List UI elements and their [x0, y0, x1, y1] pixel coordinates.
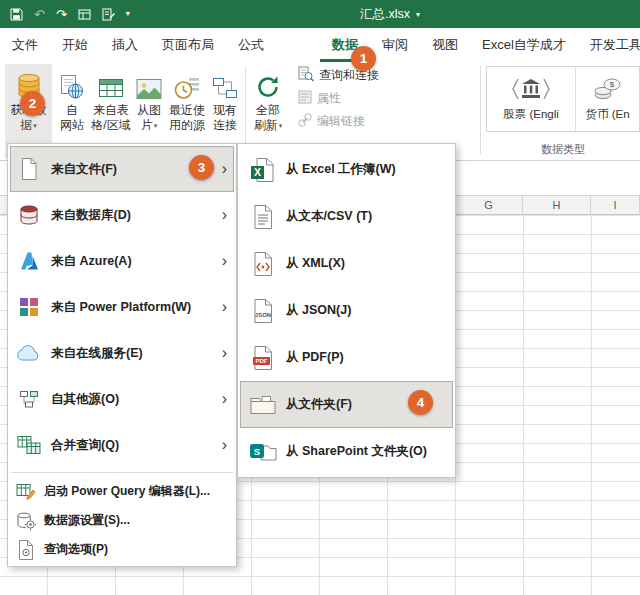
properties-button[interactable]: 属性: [294, 88, 345, 109]
step-badge-2: 2: [20, 91, 45, 116]
query-options-icon: [14, 539, 38, 561]
menu-item-label: 自其他源(O): [51, 391, 119, 408]
menu-item-label: 来自在线服务(E): [51, 345, 143, 362]
queries-connections-label: 查询和连接: [319, 67, 379, 84]
ribbon-group-divider: [245, 66, 246, 154]
pdf-icon: PDF: [246, 345, 280, 371]
submenu-item-label: 从文本/CSV (T): [286, 208, 372, 225]
tab-developer[interactable]: 开发工具: [578, 28, 640, 62]
submenu-item-label: 从 JSON(J): [286, 302, 351, 319]
from-database-icon: [14, 204, 44, 226]
ribbon-group-divider: [480, 66, 481, 154]
svg-text:X: X: [254, 166, 261, 178]
menu-item-from-database[interactable]: 来自数据库(D) ›: [10, 192, 234, 238]
submenu-item-text-csv[interactable]: 从文本/CSV (T): [240, 193, 453, 240]
stocks-label: 股票 (Engli: [503, 107, 559, 122]
menu-item-query-options[interactable]: 查询选项(P): [10, 535, 234, 564]
currencies-button[interactable]: $ 货币 (En: [576, 67, 639, 131]
get-data-chevron-icon: ▾: [33, 118, 37, 133]
refresh-all-chevron-icon: ▾: [279, 118, 283, 133]
recent-sources-icon: [174, 66, 200, 100]
menu-item-from-azure[interactable]: 来自 Azure(A) ›: [10, 238, 234, 284]
tab-file[interactable]: 文件: [0, 28, 50, 62]
from-picture-label-line1: 从图: [137, 103, 161, 118]
from-file-icon: [14, 157, 44, 181]
folder-icon: [246, 393, 280, 417]
from-picture-icon: [136, 66, 162, 100]
get-data-menu: 来自文件(F) › 来自数据库(D) › 来自 Azure(A) › 来自 Po…: [7, 143, 237, 567]
merge-queries-icon: [14, 435, 44, 455]
edit-links-button[interactable]: 编辑链接: [294, 111, 369, 132]
menu-item-label: 数据源设置(S)...: [44, 512, 130, 529]
refresh-all-label-line1: 全部: [256, 103, 280, 118]
other-sources-icon: [14, 388, 44, 410]
tab-formulas[interactable]: 公式: [226, 28, 276, 62]
redo-button[interactable]: ↷: [56, 8, 67, 21]
qat-grid-icon: [78, 8, 91, 21]
submenu-arrow-icon: ›: [222, 390, 227, 408]
tab-home[interactable]: 开始: [50, 28, 100, 62]
currencies-label: 货币 (En: [585, 107, 629, 122]
online-services-icon: [14, 344, 44, 362]
menu-item-from-power-platform[interactable]: 来自 Power Platform(W) ›: [10, 284, 234, 330]
menu-item-datasource-settings[interactable]: 数据源设置(S)...: [10, 506, 234, 535]
window-title[interactable]: 汇总.xlsx ▾: [360, 0, 420, 28]
menu-item-label: 来自文件(F): [51, 161, 117, 178]
svg-text:PDF: PDF: [256, 358, 268, 364]
submenu-arrow-icon: ›: [222, 252, 227, 270]
qat-sheet-pen-button[interactable]: [102, 8, 115, 21]
azure-icon: [14, 250, 44, 272]
submenu-item-label: 从 SharePoint 文件夹(O): [286, 443, 427, 460]
menu-item-launch-pq-editor[interactable]: 启动 Power Query 编辑器(L)...: [10, 477, 234, 506]
properties-label: 属性: [317, 90, 341, 107]
menu-item-label: 来自 Azure(A): [51, 253, 132, 270]
refresh-all-icon: [255, 66, 281, 100]
currency-coins-icon: $: [593, 76, 623, 104]
menu-item-label: 来自数据库(D): [51, 207, 131, 224]
undo-icon: ↶: [34, 8, 45, 21]
svg-text:JSON: JSON: [255, 311, 271, 317]
tab-view[interactable]: 视图: [420, 28, 470, 62]
menu-item-label: 合并查询(Q): [51, 437, 119, 454]
undo-button[interactable]: ↶: [34, 8, 45, 21]
datasource-settings-icon: [14, 511, 38, 531]
column-header-g[interactable]: G: [455, 196, 523, 214]
recent-sources-label-line1: 最近使: [169, 103, 205, 118]
submenu-arrow-icon: ›: [222, 206, 227, 224]
submenu-item-sharepoint-folder[interactable]: S 从 SharePoint 文件夹(O): [240, 428, 453, 475]
from-table-label-line1: 来自表: [93, 103, 129, 118]
step-badge-3: 3: [189, 155, 214, 180]
qat-grid-button[interactable]: [78, 8, 91, 21]
stocks-button[interactable]: 股票 (Engli: [487, 67, 575, 131]
tab-page-layout[interactable]: 页面布局: [150, 28, 226, 62]
submenu-arrow-icon: ›: [222, 160, 227, 178]
submenu-item-pdf[interactable]: PDF 从 PDF(P): [240, 334, 453, 381]
ribbon-tab-bar: 文件 开始 插入 页面布局 公式 数据 审阅 视图 Excel自学成才 开发工具: [0, 28, 640, 62]
menu-item-from-online-services[interactable]: 来自在线服务(E) ›: [10, 330, 234, 376]
submenu-item-excel-workbook[interactable]: X 从 Excel 工作簿(W): [240, 146, 453, 193]
existing-connections-label-line2: 连接: [213, 118, 237, 133]
tab-insert[interactable]: 插入: [100, 28, 150, 62]
stocks-building-icon: [511, 76, 551, 104]
menu-item-label: 启动 Power Query 编辑器(L)...: [44, 483, 210, 500]
power-platform-icon: [14, 297, 44, 317]
tab-excel-selfstudy[interactable]: Excel自学成才: [470, 28, 578, 62]
json-icon: JSON: [246, 298, 280, 324]
menu-item-combine-queries[interactable]: 合并查询(Q) ›: [10, 422, 234, 468]
svg-text:$: $: [609, 80, 614, 89]
excel-window: G H I ↶ ↷ ▾ 汇总.xlsx ▾ 文件 开始 插入 页面布局 公式 数…: [0, 0, 640, 595]
column-header-h[interactable]: H: [523, 196, 591, 214]
save-button[interactable]: [10, 8, 23, 21]
title-chevron-icon: ▾: [416, 10, 420, 19]
data-types-gallery: 股票 (Engli $ 货币 (En: [486, 66, 640, 132]
from-picture-chevron-icon: ▾: [154, 118, 158, 133]
qat-customize-chevron-icon[interactable]: ▾: [126, 10, 130, 18]
submenu-item-json[interactable]: JSON 从 JSON(J): [240, 287, 453, 334]
tab-review[interactable]: 审阅: [370, 28, 420, 62]
submenu-item-label: 从 Excel 工作簿(W): [286, 161, 396, 178]
column-header-i[interactable]: I: [591, 196, 640, 214]
edit-links-icon: [298, 113, 312, 130]
submenu-item-xml[interactable]: 从 XML(X): [240, 240, 453, 287]
from-web-label-line2: 网站: [60, 118, 84, 133]
menu-item-from-other-sources[interactable]: 自其他源(O) ›: [10, 376, 234, 422]
